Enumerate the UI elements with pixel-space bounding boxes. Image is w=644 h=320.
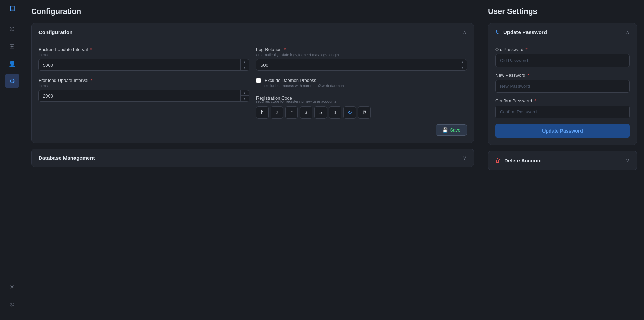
- code-char-4: 5: [314, 106, 327, 119]
- logout-icon: ⎋: [10, 301, 14, 308]
- log-rotation-input[interactable]: [256, 59, 458, 70]
- configuration-card-header[interactable]: Configuration ∧: [32, 23, 474, 41]
- frontend-interval-arrows: ▲ ▼: [240, 90, 249, 101]
- sidebar-item-theme[interactable]: ☀: [5, 280, 19, 294]
- frontend-interval-group: Frontend Update Interval * In ms ▲ ▼: [38, 78, 249, 119]
- confirm-password-group: Confirm Password *: [495, 98, 630, 118]
- update-password-header-left: ↻ Update Password: [495, 29, 547, 35]
- exclude-daemon-label-group: Exclude Daemon Process excludes process …: [264, 78, 344, 88]
- backend-interval-up[interactable]: ▲: [241, 59, 249, 65]
- update-password-body: Old Password * New Password *: [488, 41, 637, 145]
- sidebar-item-logout[interactable]: ⎋: [5, 297, 19, 312]
- confirm-password-required: *: [534, 98, 536, 103]
- log-rotation-group: Log Rotation * automatically rotate logs…: [256, 47, 467, 71]
- exclude-daemon-checkbox[interactable]: [256, 78, 261, 83]
- configuration-card-title: Configuration: [38, 29, 72, 35]
- backend-interval-sublabel: In ms: [38, 53, 249, 57]
- database-card-title: Database Management: [38, 155, 95, 161]
- delete-account-header[interactable]: 🗑 Delete Account ∨: [488, 151, 637, 170]
- database-chevron-icon: ∨: [463, 154, 467, 161]
- sidebar-item-grid[interactable]: ⊞: [5, 39, 19, 53]
- exclude-daemon-sublabel: excludes process with name pm2.web-daemo…: [264, 84, 344, 88]
- log-rotation-required: *: [284, 47, 286, 52]
- backend-interval-required: *: [90, 47, 92, 52]
- new-password-required: *: [528, 73, 529, 78]
- grid-icon: ⊞: [9, 42, 15, 50]
- new-password-input[interactable]: [495, 80, 630, 93]
- user-icon: 👤: [9, 60, 16, 67]
- left-panel-title: Configuration: [31, 7, 474, 16]
- sidebar-item-user[interactable]: 👤: [5, 56, 19, 71]
- database-card: Database Management ∨: [31, 149, 474, 167]
- new-password-label: New Password *: [495, 73, 630, 78]
- log-rotation-sublabel: automatically rotate logs,to meet max lo…: [256, 53, 467, 57]
- sidebar-bottom: ☀ ⎋: [5, 280, 19, 316]
- save-icon: 💾: [442, 127, 448, 133]
- right-panel: User Settings ↻ Update Password ∧ Old Pa…: [488, 7, 637, 313]
- frontend-interval-up[interactable]: ▲: [241, 90, 249, 96]
- new-password-group: New Password *: [495, 73, 630, 93]
- settings-icon: ⚙: [9, 77, 15, 85]
- log-rotation-label: Log Rotation *: [256, 47, 467, 52]
- delete-account-card: 🗑 Delete Account ∨: [488, 151, 637, 170]
- update-password-button[interactable]: Update Password: [495, 124, 630, 138]
- theme-icon: ☀: [9, 283, 15, 291]
- frontend-interval-required: *: [90, 78, 92, 83]
- regenerate-code-button[interactable]: ↻: [343, 106, 356, 119]
- backend-interval-input-wrapper: ▲ ▼: [38, 59, 249, 71]
- old-password-input[interactable]: [495, 54, 630, 67]
- frontend-interval-input[interactable]: [39, 90, 240, 101]
- save-button-label: Save: [450, 127, 460, 133]
- frontend-interval-input-wrapper: ▲ ▼: [38, 90, 249, 102]
- save-btn-row: 💾 Save: [38, 124, 467, 136]
- update-password-card: ↻ Update Password ∧ Old Password *: [488, 23, 637, 145]
- backend-interval-label: Backend Update Interval *: [38, 47, 249, 52]
- old-password-required: *: [526, 47, 528, 52]
- delete-account-header-left: 🗑 Delete Account: [495, 158, 542, 164]
- sidebar-item-dashboard[interactable]: ⊙: [5, 22, 19, 36]
- sidebar: 🖥 ⊙ ⊞ 👤 ⚙ ☀ ⎋: [0, 0, 24, 320]
- registration-code-sublabel: requires code for registering new user a…: [256, 99, 467, 103]
- code-char-2: r: [285, 106, 298, 119]
- log-rotation-up[interactable]: ▲: [458, 59, 467, 65]
- log-rotation-arrows: ▲ ▼: [458, 59, 467, 70]
- right-column-group: Exclude Daemon Process excludes process …: [256, 78, 467, 119]
- frontend-interval-sublabel: In ms: [38, 84, 249, 88]
- old-password-group: Old Password *: [495, 47, 630, 67]
- configuration-card-body: Backend Update Interval * In ms ▲ ▼: [32, 41, 474, 143]
- update-password-header[interactable]: ↻ Update Password ∧: [488, 23, 637, 41]
- update-password-icon: ↻: [495, 29, 500, 35]
- log-rotation-down[interactable]: ▼: [458, 65, 467, 70]
- confirm-password-input[interactable]: [495, 106, 630, 118]
- frontend-interval-down[interactable]: ▼: [241, 96, 249, 101]
- delete-account-chevron: ∨: [626, 157, 630, 164]
- database-card-header[interactable]: Database Management ∨: [32, 149, 474, 167]
- backend-interval-input[interactable]: [39, 59, 240, 70]
- backend-interval-group: Backend Update Interval * In ms ▲ ▼: [38, 47, 249, 71]
- exclude-daemon-group: Exclude Daemon Process excludes process …: [256, 78, 467, 88]
- backend-interval-arrows: ▲ ▼: [240, 59, 249, 70]
- confirm-password-label: Confirm Password *: [495, 98, 630, 103]
- code-char-3: 3: [300, 106, 312, 119]
- delete-account-icon: 🗑: [495, 158, 501, 164]
- app-logo: 🖥: [8, 4, 16, 13]
- old-password-label: Old Password *: [495, 47, 630, 52]
- copy-code-button[interactable]: ⧉: [358, 106, 371, 119]
- delete-account-title: Delete Account: [504, 158, 542, 163]
- update-password-chevron: ∧: [626, 29, 630, 35]
- backend-interval-down[interactable]: ▼: [241, 65, 249, 70]
- code-char-1: 2: [271, 106, 283, 119]
- code-char-0: h: [256, 106, 269, 119]
- config-form-grid: Backend Update Interval * In ms ▲ ▼: [38, 47, 467, 119]
- save-button[interactable]: 💾 Save: [436, 124, 467, 136]
- configuration-card: Configuration ∧ Backend Update Interval …: [31, 23, 474, 143]
- sidebar-item-settings[interactable]: ⚙: [5, 74, 19, 88]
- registration-code-row: h 2 r 3 5 1 ↻ ⧉: [256, 106, 467, 119]
- dashboard-icon: ⊙: [9, 25, 15, 33]
- frontend-interval-label: Frontend Update Interval *: [38, 78, 249, 83]
- update-password-title: Update Password: [503, 29, 547, 35]
- right-panel-title: User Settings: [488, 7, 637, 16]
- left-panel: Configuration Configuration ∧ Backend Up…: [31, 7, 474, 313]
- registration-code-group: Registration Code requires code for regi…: [256, 95, 467, 119]
- code-char-5: 1: [329, 106, 341, 119]
